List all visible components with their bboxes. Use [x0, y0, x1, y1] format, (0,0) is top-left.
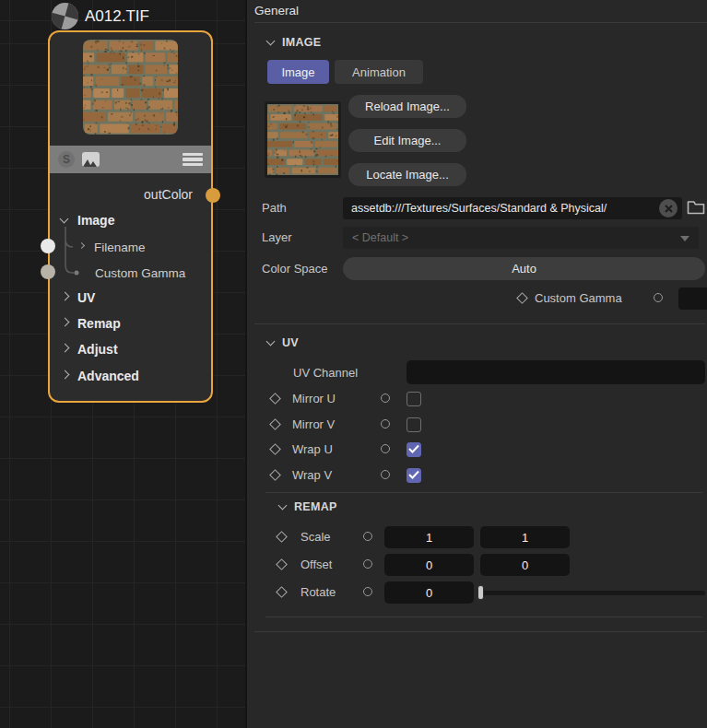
tree-item-advanced[interactable]: Advanced	[50, 366, 139, 386]
chevron-right-icon	[61, 370, 70, 380]
tree-item-image[interactable]: Image	[50, 210, 114, 230]
rotate-slider[interactable]	[477, 585, 705, 600]
color-space-label: Color Space	[262, 262, 328, 276]
mirror-u-checkbox[interactable]	[407, 392, 421, 406]
tree-item-uv[interactable]: UV	[50, 288, 95, 308]
shader-s-icon[interactable]: S	[58, 151, 75, 168]
node-texture-thumbnail	[83, 40, 178, 135]
rotate-label: Rotate	[300, 585, 336, 599]
keyframe-diamond-icon[interactable]	[269, 418, 281, 430]
wrap-u-checkbox[interactable]	[407, 442, 421, 457]
node-title-label: A012.TIF	[85, 7, 149, 26]
chevron-right-icon	[61, 344, 70, 353]
divider	[254, 323, 705, 324]
keyframe-diamond-icon[interactable]	[269, 469, 281, 481]
scale-label: Scale	[300, 530, 331, 544]
chevron-down-icon	[680, 236, 689, 241]
offset-label: Offset	[300, 558, 332, 571]
input-port-custom-gamma[interactable]	[41, 264, 55, 279]
clear-path-icon[interactable]	[659, 199, 678, 217]
image-type-icon[interactable]	[82, 152, 100, 167]
chevron-down-icon	[60, 215, 69, 224]
path-label: Path	[262, 201, 287, 215]
texture-node[interactable]: S outColor Image Filename	[48, 30, 213, 403]
layer-label: Layer	[262, 230, 292, 244]
texture-preview-thumbnail[interactable]	[265, 101, 341, 178]
node-menu-icon[interactable]	[183, 153, 203, 167]
section-header-uv[interactable]: UV	[267, 336, 299, 349]
port-circle-icon[interactable]	[381, 393, 390, 403]
tree-item-filename[interactable]: Filename	[50, 237, 146, 257]
port-circle-icon[interactable]	[381, 444, 390, 453]
wrap-u-label: Wrap U	[292, 442, 333, 456]
path-input[interactable]: assetdb:///Textures/Surfaces/Standard & …	[343, 197, 682, 219]
node-title: A012.TIF	[51, 2, 149, 30]
port-circle-icon[interactable]	[381, 470, 390, 479]
section-header-remap[interactable]: REMAP	[279, 500, 337, 513]
chevron-right-icon	[61, 318, 70, 327]
port-circle-icon[interactable]	[363, 559, 372, 569]
port-circle-icon[interactable]	[363, 532, 372, 541]
rotate-value-field[interactable]: 0	[384, 581, 474, 604]
color-space-button[interactable]: Auto	[343, 257, 705, 280]
wrap-v-label: Wrap V	[292, 468, 332, 482]
properties-panel: General IMAGE Image Animation Reload Ima…	[247, 0, 707, 728]
chevron-down-icon	[266, 337, 276, 346]
port-circle-icon[interactable]	[363, 587, 372, 596]
tab-animation[interactable]: Animation	[335, 60, 423, 84]
section-header-image[interactable]: IMAGE	[267, 36, 321, 49]
browse-folder-icon[interactable]	[687, 200, 705, 216]
mirror-u-label: Mirror U	[292, 392, 336, 405]
keyframe-diamond-icon[interactable]	[516, 292, 528, 304]
tab-image[interactable]: Image	[267, 60, 329, 84]
panel-title: General	[254, 4, 299, 18]
output-port-label: outColor	[144, 187, 193, 202]
custom-gamma-label: Custom Gamma	[535, 291, 622, 305]
wrap-v-checkbox[interactable]	[407, 468, 421, 483]
divider	[254, 22, 707, 23]
scale-y-field[interactable]: 1	[480, 526, 570, 548]
brick-texture-preview	[267, 104, 338, 175]
tree-item-custom-gamma[interactable]: Custom Gamma	[50, 263, 185, 283]
scale-x-field[interactable]: 1	[384, 526, 474, 548]
chevron-right-icon	[61, 292, 70, 301]
output-port-outcolor[interactable]	[206, 188, 220, 203]
keyframe-diamond-icon[interactable]	[269, 443, 281, 455]
keyframe-diamond-icon[interactable]	[276, 531, 288, 543]
port-circle-icon[interactable]	[381, 419, 390, 429]
chevron-down-icon	[266, 37, 276, 46]
mirror-v-label: Mirror V	[292, 417, 335, 431]
chevron-right-icon	[78, 242, 85, 249]
port-circle-icon[interactable]	[654, 293, 663, 302]
application-window: A012.TIF S outColor Image	[0, 0, 707, 728]
offset-x-field[interactable]: 0	[384, 554, 474, 576]
edit-image-button[interactable]: Edit Image...	[348, 129, 466, 152]
keyframe-diamond-icon[interactable]	[276, 558, 288, 570]
tree-item-remap[interactable]: Remap	[50, 313, 121, 334]
uv-channel-label: UV Channel	[293, 366, 358, 380]
keyframe-diamond-icon[interactable]	[269, 393, 281, 405]
chevron-down-icon	[278, 501, 288, 511]
locate-image-button[interactable]: Locate Image...	[348, 163, 466, 186]
reload-image-button[interactable]: Reload Image...	[348, 95, 466, 118]
offset-y-field[interactable]: 0	[480, 554, 570, 576]
keyframe-diamond-icon[interactable]	[276, 586, 288, 598]
custom-gamma-value-field[interactable]: 1	[678, 288, 707, 310]
mirror-v-checkbox[interactable]	[407, 417, 421, 432]
brick-texture-preview	[83, 40, 178, 135]
node-toolbar: S	[50, 146, 211, 173]
divider	[265, 492, 702, 493]
layer-dropdown[interactable]: < Default >	[343, 227, 699, 249]
node-graph-canvas[interactable]: A012.TIF S outColor Image	[0, 0, 247, 728]
divider	[254, 631, 705, 632]
texture-sphere-icon	[51, 2, 79, 30]
tree-item-adjust[interactable]: Adjust	[50, 339, 118, 359]
input-port-filename[interactable]	[41, 239, 55, 253]
divider	[265, 616, 702, 617]
uv-channel-input[interactable]	[407, 360, 705, 384]
